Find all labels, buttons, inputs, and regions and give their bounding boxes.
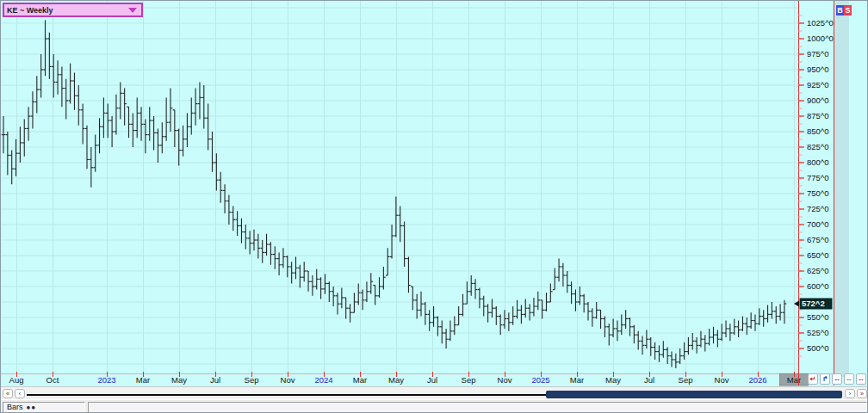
year-tick-label: 2023 xyxy=(97,375,115,385)
price-tick-label: 675^0 xyxy=(807,235,829,244)
price-tick-label: 550^0 xyxy=(807,312,829,322)
price-tick-label: 875^0 xyxy=(807,111,829,120)
month-tick-label: Mar xyxy=(136,375,150,385)
price-chart-canvas[interactable]: AugOct2023MarMayJulSepNov2024MarMayJulSe… xyxy=(1,1,834,386)
month-tick-label: May xyxy=(388,375,404,385)
month-tick-label: May xyxy=(171,375,187,385)
month-tick-label: Nov xyxy=(715,375,729,385)
month-tick-label: Aug xyxy=(9,375,24,385)
status-cell-bars: Bars ●● xyxy=(3,402,85,413)
blue-lines-button[interactable]: -- xyxy=(832,373,842,385)
right-margin-panel xyxy=(834,1,868,386)
month-tick-label: Mar xyxy=(353,375,367,385)
scroll-far-right-button[interactable]: » xyxy=(857,389,867,398)
month-tick-label: Jul xyxy=(427,375,437,385)
price-tick-label: 600^0 xyxy=(807,281,829,291)
month-tick-label: Sep xyxy=(245,375,259,385)
trade-buttons: B S xyxy=(836,5,852,15)
chart-window: AugOct2023MarMayJulSepNov2024MarMayJulSe… xyxy=(0,0,868,413)
year-tick-label: 2025 xyxy=(531,375,549,385)
status-cell-message xyxy=(88,402,867,413)
sell-button[interactable]: S xyxy=(844,5,852,15)
month-tick-label: Nov xyxy=(281,375,295,385)
current-price-label: 572^2 xyxy=(802,299,825,308)
price-tick-label: 925^0 xyxy=(807,80,829,89)
month-tick-label: Sep xyxy=(679,375,693,385)
green-lines-button[interactable]: -- xyxy=(844,373,854,385)
buy-button[interactable]: B xyxy=(836,5,844,15)
bars-label: Bars xyxy=(7,403,23,411)
scroll-far-left-button[interactable]: « xyxy=(3,389,13,398)
axis-side-band xyxy=(834,1,850,377)
price-tick-label: 500^0 xyxy=(807,343,829,353)
month-tick-label: Oct xyxy=(46,375,59,385)
month-tick-label: Sep xyxy=(462,375,476,385)
connection-dots-icon: ●● xyxy=(27,404,37,411)
price-tick-label: 775^0 xyxy=(807,173,829,182)
price-tick-label: 700^0 xyxy=(807,219,829,229)
scroll-right-button[interactable]: › xyxy=(845,389,855,398)
month-tick-label: Jul xyxy=(644,375,654,385)
month-tick-label: Jul xyxy=(210,375,220,385)
year-tick-label: 2026 xyxy=(748,375,766,385)
scale-up-arrow-button[interactable]: ↱ xyxy=(820,373,830,385)
price-tick-label: 850^0 xyxy=(807,126,829,136)
price-tick-label: 800^0 xyxy=(807,157,829,167)
price-tick-label: 650^0 xyxy=(807,250,829,260)
scale-down-arrow-button[interactable]: ↵ xyxy=(808,373,818,385)
month-tick-label: Mar xyxy=(570,375,584,385)
price-tick-label: 950^0 xyxy=(807,65,829,74)
price-tick-label: 900^0 xyxy=(807,96,829,105)
month-tick-label: May xyxy=(605,375,621,385)
status-bar: Bars ●● xyxy=(1,399,868,413)
price-tick-label: 825^0 xyxy=(807,142,829,151)
symbol-timeframe-dropdown[interactable]: KE ~ Weekly xyxy=(3,3,143,17)
year-tick-label: 2024 xyxy=(314,375,332,385)
price-tick-label: 725^0 xyxy=(807,204,829,213)
scale-button-row: ↵↱------ xyxy=(808,373,866,385)
price-tick-label: 625^0 xyxy=(807,266,829,275)
scroll-left-button[interactable]: ‹ xyxy=(15,389,25,398)
price-tick-label: 975^0 xyxy=(807,49,829,59)
chevron-down-icon xyxy=(128,8,137,13)
chart-scrollbar: «‹›» xyxy=(1,386,868,399)
scrollbar-thumb[interactable] xyxy=(546,391,842,398)
red-lines-button[interactable]: -- xyxy=(856,373,866,385)
month-tick-label: Nov xyxy=(498,375,512,385)
price-tick-label: 525^0 xyxy=(807,328,829,337)
price-tick-label: 1025^0 xyxy=(807,18,834,28)
price-tick-label: 1000^0 xyxy=(807,34,834,43)
symbol-timeframe-label: KE ~ Weekly xyxy=(7,6,128,15)
price-tick-label: 750^0 xyxy=(807,188,829,198)
